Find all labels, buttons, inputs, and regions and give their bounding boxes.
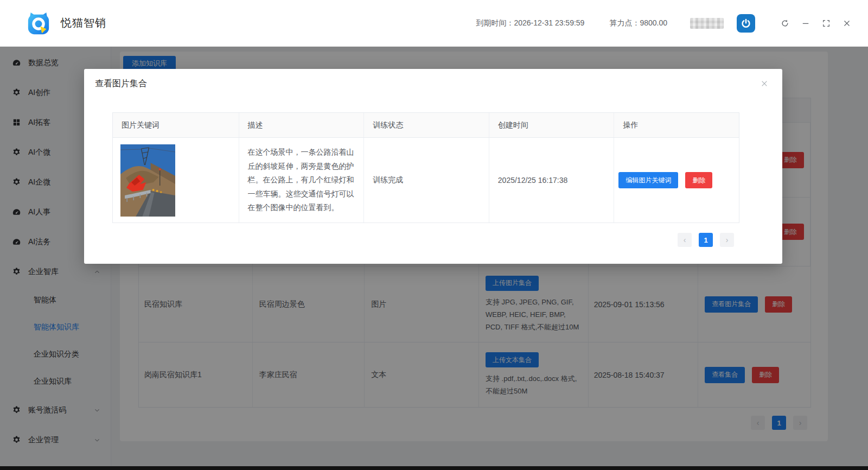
training-status: 训练完成 — [373, 175, 403, 185]
close-icon — [760, 79, 769, 88]
refresh-icon — [780, 18, 790, 28]
username-blurred[interactable] — [690, 18, 724, 29]
image-set-table: 图片关键词 描述 训练状态 创建时间 操作 — [112, 112, 739, 223]
app-title: 悦猫智销 — [61, 16, 106, 30]
pagination-prev-button[interactable]: ‹ — [678, 233, 692, 247]
power-icon — [741, 18, 751, 29]
column-header: 训练状态 — [364, 113, 489, 137]
pagination-page-1[interactable]: 1 — [699, 233, 713, 247]
app-logo-icon — [26, 11, 51, 36]
column-header: 操作 — [614, 113, 739, 137]
maximize-icon — [822, 19, 831, 28]
column-header: 创建时间 — [489, 113, 615, 137]
image-description: 在这个场景中，一条公路沿着山丘的斜坡延伸，两旁是黄色的护栏。在公路上，有几个红绿… — [248, 145, 355, 215]
minimize-icon — [801, 18, 810, 28]
table-header-row: 图片关键词 描述 训练状态 创建时间 操作 — [113, 113, 739, 138]
minimize-button[interactable] — [799, 16, 813, 30]
compute-points-label: 算力点： — [609, 18, 640, 27]
maximize-button[interactable] — [819, 16, 833, 30]
close-icon — [842, 18, 852, 28]
compute-points: 算力点：9800.00 — [609, 18, 667, 28]
created-time: 2025/12/25 16:17:38 — [498, 176, 567, 185]
edit-image-keywords-button[interactable]: 编辑图片关键词 — [618, 172, 678, 188]
modal-title: 查看图片集合 — [95, 78, 147, 90]
logout-power-button[interactable] — [737, 14, 755, 33]
expiry-label: 到期时间： — [476, 18, 514, 27]
image-keyword-thumbnail[interactable] — [120, 144, 175, 217]
expiry-time: 到期时间：2026-12-31 23:59:59 — [476, 18, 584, 28]
column-header: 描述 — [239, 113, 365, 137]
column-header: 图片关键词 — [113, 113, 239, 137]
app-header: 悦猫智销 到期时间：2026-12-31 23:59:59 算力点：9800.0… — [0, 0, 868, 47]
view-image-set-modal: 查看图片集合 图片关键词 描述 训练状态 创建时间 操作 — [84, 69, 782, 264]
modal-pagination: ‹ 1 › — [678, 233, 734, 247]
refresh-button[interactable] — [778, 16, 792, 30]
modal-close-button[interactable] — [758, 78, 770, 90]
expiry-value: 2026-12-31 23:59:59 — [514, 18, 584, 27]
close-window-button[interactable] — [840, 16, 854, 30]
table-row: 在这个场景中，一条公路沿着山丘的斜坡延伸，两旁是黄色的护栏。在公路上，有几个红绿… — [113, 138, 739, 223]
delete-button[interactable]: 删除 — [685, 172, 712, 188]
compute-points-value: 9800.00 — [640, 18, 667, 27]
pagination-next-button[interactable]: › — [720, 233, 734, 247]
